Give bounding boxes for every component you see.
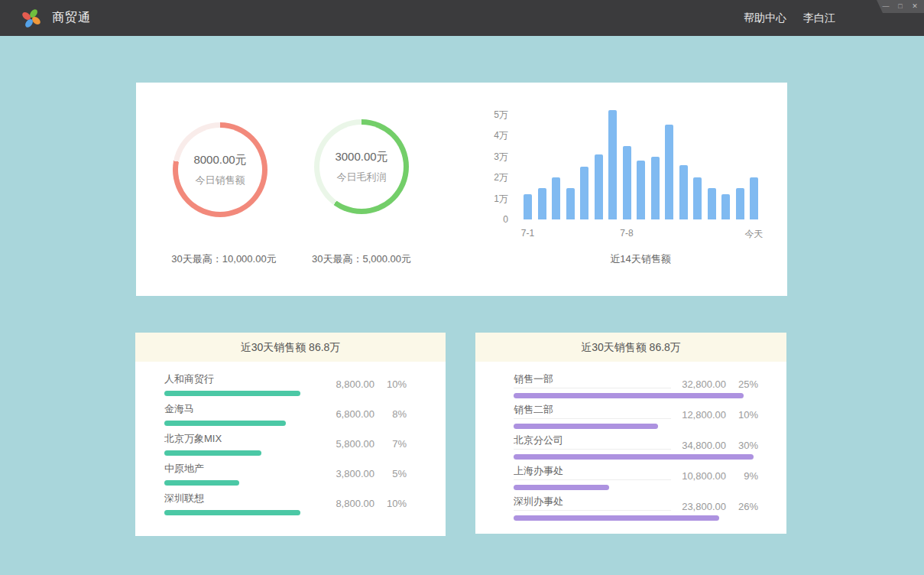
chart-bar	[693, 177, 702, 219]
item-name: 北京分公司	[514, 434, 563, 447]
chart-y-tick: 1万	[484, 193, 508, 204]
item-amount: 23,800.00	[674, 501, 726, 512]
close-icon[interactable]: ✕	[911, 3, 919, 10]
help-center-link[interactable]: 帮助中心	[744, 11, 786, 25]
item-name: 深圳联想	[164, 492, 204, 505]
titlebar: 商贸通 帮助中心 李白江 — □ ✕	[0, 0, 924, 36]
today-sales-donut-center: 8000.00元 今日销售额	[178, 128, 262, 212]
chart-y-tick: 5万	[484, 109, 508, 120]
list-item: 北京分公司34,800.0030%	[514, 433, 758, 463]
customer-panel-title: 近30天销售额 86.8万	[135, 333, 446, 362]
chart-bar	[552, 177, 560, 219]
app-title: 商贸通	[52, 10, 91, 26]
chart-bar	[608, 110, 617, 219]
item-progress-bar	[514, 515, 719, 521]
today-profit-30day-max: 30天最高：5,000.00元	[297, 252, 426, 266]
item-percent: 5%	[374, 468, 407, 479]
chart-bar	[595, 154, 603, 219]
chart-bar	[665, 125, 673, 219]
item-amount: 3,800.00	[323, 468, 374, 479]
item-progress-bar	[164, 510, 300, 515]
item-name: 北京万象MIX	[164, 432, 222, 446]
dashboard: 8000.00元 今日销售额 30天最高：10,000.00元 3000.00元…	[0, 36, 924, 575]
item-amount: 32,800.00	[674, 378, 726, 390]
list-item: 北京万象MIX5,800.007%	[164, 431, 407, 461]
item-amount: 34,800.00	[674, 440, 726, 451]
item-value: 6,800.008%	[323, 408, 407, 420]
item-percent: 25%	[726, 378, 758, 390]
item-amount: 5,800.00	[323, 438, 374, 450]
item-name: 金海马	[164, 402, 194, 416]
today-sales-label: 今日销售额	[196, 174, 245, 187]
chart-x-tick: 今天	[728, 228, 781, 241]
item-name: 销售二部	[514, 403, 553, 417]
item-progress-bar	[514, 454, 754, 460]
chart-bar	[623, 146, 631, 219]
item-value: 3,800.005%	[323, 468, 407, 479]
item-amount: 8,800.00	[323, 378, 374, 390]
list-item: 深圳办事处23,800.0026%	[514, 494, 758, 525]
chart-bar	[750, 177, 758, 219]
today-profit-label: 今日毛利润	[337, 171, 387, 184]
customer-list: 人和商贸行8,800.0010%金海马6,800.008%北京万象MIX5,80…	[135, 362, 446, 521]
item-progress-bar	[164, 480, 239, 486]
chart-x-tick: 7-8	[600, 228, 653, 239]
customer-sales-panel: 近30天销售额 86.8万 人和商贸行8,800.0010%金海马6,800.0…	[135, 333, 446, 536]
item-percent: 7%	[374, 438, 407, 450]
chart-x-tick: 7-1	[501, 228, 555, 239]
titlebar-menu: 帮助中心 李白江	[744, 0, 835, 36]
item-percent: 9%	[726, 470, 758, 482]
list-item: 上海办事处10,800.009%	[514, 463, 758, 494]
chart-bar	[524, 194, 532, 219]
department-list: 销售一部32,800.0025%销售二部12,800.0010%北京分公司34,…	[475, 362, 786, 525]
minimize-icon[interactable]: —	[882, 3, 890, 10]
chart-bar	[637, 161, 645, 219]
item-progress-bar	[164, 391, 300, 396]
item-amount: 6,800.00	[323, 408, 374, 420]
chart-y-tick: 2万	[484, 172, 508, 183]
item-percent: 10%	[374, 498, 407, 509]
item-name: 上海办事处	[514, 464, 563, 478]
item-percent: 10%	[726, 409, 758, 421]
item-value: 34,800.0030%	[674, 440, 758, 451]
list-item: 金海马6,800.008%	[164, 401, 407, 431]
item-progress-bar	[164, 450, 261, 456]
chart-bar	[721, 194, 730, 219]
list-item: 销售二部12,800.0010%	[514, 402, 758, 433]
item-value: 12,800.0010%	[674, 409, 758, 421]
item-name: 销售一部	[514, 372, 553, 386]
list-item: 深圳联想8,800.0010%	[164, 491, 407, 521]
item-value: 5,800.007%	[323, 438, 407, 450]
chart-bars	[524, 110, 758, 219]
chart-y-tick: 3万	[484, 151, 508, 162]
window-controls: — □ ✕	[877, 0, 924, 13]
item-percent: 8%	[374, 408, 407, 420]
chart-y-tick: 0	[484, 214, 508, 225]
maximize-icon[interactable]: □	[896, 3, 904, 10]
department-sales-panel: 近30天销售额 86.8万 销售一部32,800.0025%销售二部12,800…	[475, 333, 786, 534]
list-item: 人和商贸行8,800.0010%	[164, 372, 407, 401]
item-progress-bar	[514, 485, 609, 490]
chart-y-tick: 4万	[484, 130, 508, 141]
list-item: 中原地产3,800.005%	[164, 461, 407, 491]
chart-bar	[679, 165, 688, 220]
user-menu[interactable]: 李白江	[803, 11, 835, 25]
item-value: 8,800.0010%	[323, 498, 407, 509]
chart-bar	[538, 188, 546, 219]
today-sales-30day-max: 30天最高：10,000.00元	[159, 252, 289, 266]
app-logo-icon	[21, 8, 42, 29]
chart-bar	[566, 188, 575, 219]
today-profit-value: 3000.00元	[335, 150, 387, 164]
item-value: 8,800.0010%	[323, 378, 407, 390]
today-sales-value: 8000.00元	[193, 153, 246, 167]
item-name: 深圳办事处	[514, 495, 563, 508]
item-percent: 10%	[374, 378, 407, 390]
chart-bar	[736, 188, 744, 219]
item-name: 人和商贸行	[164, 372, 214, 386]
item-name: 中原地产	[164, 462, 204, 476]
item-progress-bar	[514, 424, 658, 429]
item-progress-bar	[164, 421, 286, 426]
chart-bar	[708, 188, 716, 219]
item-progress-bar	[514, 393, 744, 398]
chart-bar	[651, 157, 660, 220]
